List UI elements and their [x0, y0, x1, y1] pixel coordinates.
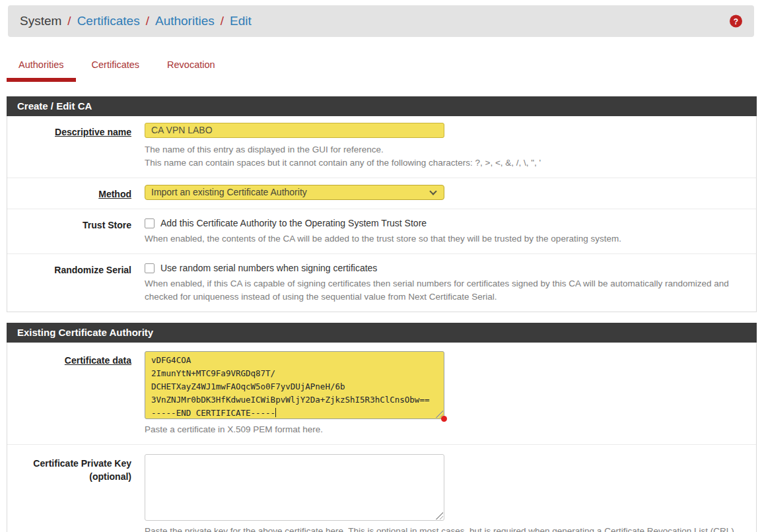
private-key-label-line1: Certificate Private Key	[7, 457, 131, 470]
randomize-serial-label: Randomize Serial	[7, 261, 131, 304]
trust-store-label: Trust Store	[7, 216, 131, 246]
row-certificate-data: Certificate data vDFG4COA 2ImunYtN+MTC9F…	[7, 343, 756, 445]
certificate-data-textarea[interactable]: vDFG4COA 2ImunYtN+MTC9Fa9VRGDq87T/ DCHET…	[145, 351, 444, 419]
descriptive-name-help-2: This name can contain spaces but it cann…	[145, 156, 745, 170]
breadcrumb-system: System	[20, 14, 61, 28]
breadcrumb-link-edit[interactable]: Edit	[230, 14, 252, 28]
private-key-label-line2: (optional)	[7, 470, 131, 483]
extension-indicator-dot	[441, 416, 447, 422]
trust-store-checkbox-label: Add this Certificate Authority to the Op…	[160, 218, 427, 228]
panel-title: Existing Certificate Authority	[7, 323, 757, 343]
private-key-textarea[interactable]	[145, 454, 444, 521]
breadcrumb-link-certificates[interactable]: Certificates	[77, 14, 140, 28]
method-label: Method	[7, 185, 131, 201]
help-icon[interactable]: ?	[730, 15, 742, 28]
panel-existing-ca: Existing Certificate Authority Certifica…	[7, 323, 757, 532]
row-descriptive-name: Descriptive name CA VPN LABO The name of…	[7, 116, 756, 178]
private-key-label: Certificate Private Key (optional)	[7, 454, 131, 532]
method-selected-value: Import an existing Certificate Authority	[151, 187, 307, 197]
breadcrumb-separator: /	[221, 14, 224, 28]
panel-title: Create / Edit CA	[7, 96, 757, 116]
text-cursor	[275, 408, 276, 417]
breadcrumb-link-authorities[interactable]: Authorities	[155, 14, 215, 28]
descriptive-name-help-1: The name of this entry as displayed in t…	[145, 143, 745, 156]
breadcrumb-separator: /	[146, 14, 149, 28]
method-select[interactable]: Import an existing Certificate Authority	[145, 185, 444, 200]
tab-authorities[interactable]: Authorities	[7, 54, 76, 82]
chevron-down-icon	[429, 187, 436, 195]
randomize-serial-checkbox[interactable]	[145, 263, 155, 273]
randomize-serial-help: When enabled, if this CA is capable of s…	[145, 277, 745, 304]
panel-create-edit-ca: Create / Edit CA Descriptive name CA VPN…	[7, 96, 757, 312]
row-randomize-serial: Randomize Serial Use random serial numbe…	[7, 254, 756, 312]
row-method: Method Import an existing Certificate Au…	[7, 178, 756, 209]
trust-store-help: When enabled, the contents of the CA wil…	[145, 232, 745, 246]
row-trust-store: Trust Store Add this Certificate Authori…	[7, 209, 756, 254]
row-private-key: Certificate Private Key (optional) Paste…	[7, 445, 756, 532]
trust-store-checkbox[interactable]	[145, 218, 155, 228]
private-key-help: Paste the private key for the above cert…	[145, 525, 745, 532]
breadcrumb-separator: /	[67, 14, 71, 28]
breadcrumb: System / Certificates / Authorities / Ed…	[8, 5, 754, 37]
randomize-serial-checkbox-label: Use random serial numbers when signing c…	[160, 263, 377, 273]
certificate-data-help: Paste a certificate in X.509 PEM format …	[145, 423, 745, 436]
tab-certificates[interactable]: Certificates	[80, 54, 152, 82]
descriptive-name-input[interactable]: CA VPN LABO	[145, 123, 444, 138]
certificate-data-label: Certificate data	[7, 351, 131, 436]
resize-handle-icon[interactable]	[435, 512, 443, 519]
descriptive-name-label: Descriptive name	[7, 123, 131, 170]
tab-bar: Authorities Certificates Revocation	[0, 37, 762, 82]
tab-revocation[interactable]: Revocation	[155, 54, 227, 82]
certificate-data-value: vDFG4COA 2ImunYtN+MTC9Fa9VRGDq87T/ DCHET…	[151, 355, 429, 418]
